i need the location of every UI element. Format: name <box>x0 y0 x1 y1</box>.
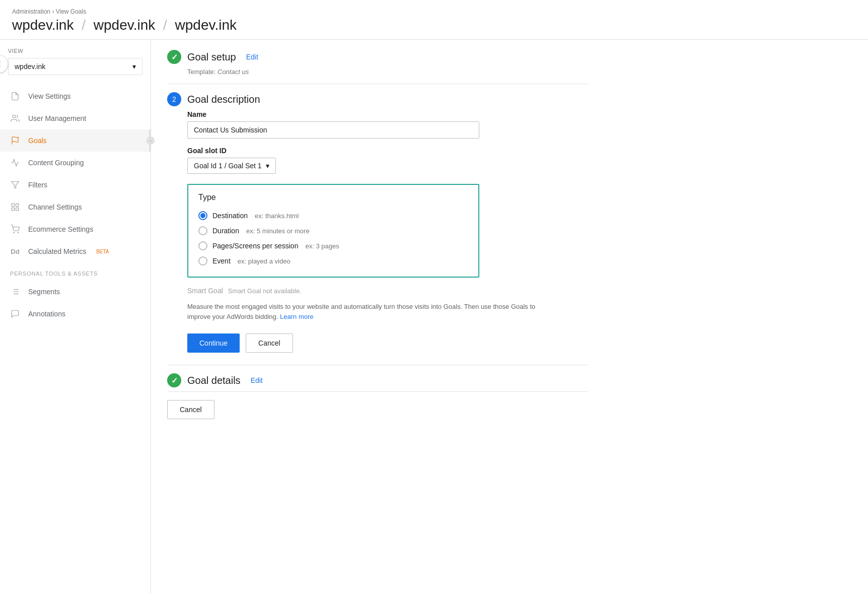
goal-setup-edit-link[interactable]: Edit <box>246 53 258 61</box>
sidebar-item-label: Ecommerce Settings <box>28 225 93 233</box>
goal-slot-dropdown[interactable]: Goal Id 1 / Goal Set 1 ▾ <box>187 158 276 174</box>
sidebar-item-label: Channel Settings <box>28 203 82 211</box>
breadcrumb-parent: Administration <box>12 8 50 15</box>
slot-label: Goal slot ID <box>187 147 588 155</box>
radio-pages-screens[interactable]: Pages/Screens per session ex: 3 pages <box>198 238 468 253</box>
goal-description-step-icon: 2 <box>167 92 181 106</box>
document-icon <box>10 91 20 101</box>
sidebar-item-calculated-metrics[interactable]: Dd Calculated Metrics BETA <box>0 240 151 262</box>
svg-point-0 <box>13 115 16 118</box>
goal-description-header: 2 Goal description <box>167 92 588 106</box>
svg-rect-5 <box>16 208 19 211</box>
filter-icon <box>10 180 20 190</box>
svg-rect-4 <box>16 204 19 206</box>
radio-duration-btn <box>198 226 207 235</box>
smart-goal-row: Smart Goal Smart Goal not available. <box>187 284 588 298</box>
title-sep1: / <box>82 17 86 33</box>
goal-details-section: Goal details Edit <box>167 373 588 387</box>
section-divider <box>167 84 588 84</box>
goal-setup-section: Goal setup Edit Template: Contact us <box>167 50 588 76</box>
sidebar-item-goals[interactable]: Goals › <box>0 129 151 152</box>
type-box: Type Destination ex: thanks.html Duratio… <box>187 184 479 278</box>
sidebar-item-label: Segments <box>28 288 60 296</box>
page-title: wpdev.ink / wpdev.ink / wpdev.ink <box>12 17 856 33</box>
sidebar-item-content-grouping[interactable]: Content Grouping <box>0 152 151 174</box>
users-icon <box>10 113 20 123</box>
segments-icon <box>10 287 20 297</box>
sidebar-item-label: Filters <box>28 181 47 189</box>
title-part3: wpdev.ink <box>175 17 237 33</box>
goal-details-title: Goal details <box>187 375 241 386</box>
smart-goal-desc: Smart Goal not available. <box>228 287 302 295</box>
goal-setup-header: Goal setup Edit <box>167 50 588 64</box>
continue-button[interactable]: Continue <box>187 334 240 353</box>
title-part1: wpdev.ink <box>12 17 74 33</box>
radio-pages-btn <box>198 241 207 250</box>
learn-more-link[interactable]: Learn more <box>280 313 313 320</box>
breadcrumb: Administration › View Goals <box>12 8 856 15</box>
back-button[interactable] <box>0 55 8 73</box>
goal-description-section: 2 Goal description Name Goal slot ID Goa… <box>167 92 588 353</box>
grid-icon <box>10 202 20 212</box>
radio-event-example: ex: played a video <box>238 257 291 265</box>
goal-description-form: Name Goal slot ID Goal Id 1 / Goal Set 1… <box>167 110 588 353</box>
view-dropdown[interactable]: wpdev.ink ▾ <box>8 58 142 75</box>
smart-goal-info: Measure the most engaged visits to your … <box>187 302 550 321</box>
sidebar-item-segments[interactable]: Segments <box>0 281 151 303</box>
back-arrow-icon <box>0 60 3 68</box>
chart-icon <box>10 158 20 168</box>
sidebar-item-label: User Management <box>28 114 86 122</box>
radio-destination-example: ex: thanks.html <box>255 212 299 220</box>
radio-pages-label: Pages/Screens per session <box>212 242 298 250</box>
radio-destination[interactable]: Destination ex: thanks.html <box>198 208 468 223</box>
expand-arrow-icon: › <box>147 137 155 145</box>
goal-details-complete-icon <box>167 373 181 387</box>
svg-point-7 <box>14 232 15 233</box>
goal-slot-value: Goal Id 1 / Goal Set 1 <box>194 162 262 170</box>
flag-icon <box>10 136 20 146</box>
annotation-icon <box>10 309 20 319</box>
goal-setup-complete-icon <box>167 50 181 64</box>
goal-description-title: Goal description <box>187 94 260 105</box>
goal-details-header: Goal details Edit <box>167 373 588 387</box>
sidebar-item-user-management[interactable]: User Management <box>0 107 151 129</box>
goal-details-edit-link[interactable]: Edit <box>251 376 263 384</box>
sidebar-item-annotations[interactable]: Annotations <box>0 303 151 325</box>
form-buttons: Continue Cancel <box>187 334 588 353</box>
smart-goal-label: Smart Goal <box>187 287 223 295</box>
main-layout: VIEW wpdev.ink ▾ View Settings <box>0 40 868 593</box>
chevron-down-icon: ▾ <box>266 162 269 170</box>
sidebar-item-view-settings[interactable]: View Settings <box>0 85 151 107</box>
bottom-cancel-button[interactable]: Cancel <box>167 400 214 419</box>
page-header: Administration › View Goals wpdev.ink / … <box>0 0 868 40</box>
sidebar-item-ecommerce-settings[interactable]: Ecommerce Settings <box>0 218 151 240</box>
svg-point-8 <box>18 232 19 233</box>
sidebar-item-label: Content Grouping <box>28 159 84 167</box>
goal-setup-title: Goal setup <box>187 51 236 63</box>
goal-setup-template: Template: Contact us <box>187 68 588 76</box>
beta-badge: BETA <box>96 249 109 254</box>
cart-icon <box>10 224 20 234</box>
title-sep2: / <box>163 17 167 33</box>
radio-destination-label: Destination <box>212 212 248 220</box>
bottom-cancel-row: Cancel <box>167 391 588 419</box>
radio-event[interactable]: Event ex: played a video <box>198 253 468 269</box>
sidebar-item-channel-settings[interactable]: Channel Settings <box>0 196 151 218</box>
chevron-down-icon: ▾ <box>132 62 136 71</box>
radio-duration[interactable]: Duration ex: 5 minutes or more <box>198 223 468 238</box>
radio-pages-example: ex: 3 pages <box>305 242 339 250</box>
dd-icon: Dd <box>10 246 20 256</box>
radio-destination-btn <box>198 211 207 220</box>
sidebar-item-label: Goals <box>28 137 47 145</box>
svg-marker-2 <box>12 181 19 188</box>
name-label: Name <box>187 110 588 118</box>
sidebar-item-filters[interactable]: Filters <box>0 174 151 196</box>
view-dropdown-value: wpdev.ink <box>15 62 45 71</box>
breadcrumb-current: View Goals <box>56 8 86 15</box>
radio-event-btn <box>198 256 207 265</box>
cancel-button[interactable]: Cancel <box>246 334 293 353</box>
type-label: Type <box>198 193 468 202</box>
goal-name-input[interactable] <box>187 121 479 139</box>
section-divider-2 <box>167 365 588 365</box>
main-content: Goal setup Edit Template: Contact us 2 G… <box>151 40 604 593</box>
